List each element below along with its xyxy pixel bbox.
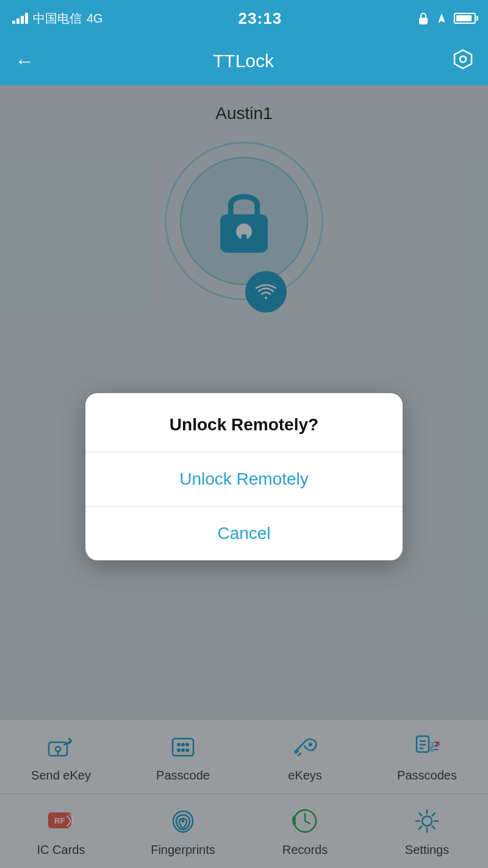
status-left: 中国电信 4G [12,10,103,27]
carrier-label: 中国电信 [33,10,82,27]
svg-point-2 [460,56,466,62]
settings-icon[interactable] [453,49,473,74]
nav-bar: ← TTLock [0,37,488,85]
navigation-icon [436,12,448,24]
screen-lock-icon [417,12,429,25]
network-label: 4G [87,12,103,26]
time-label: 23:13 [239,9,282,28]
dialog-title: Unlock Remotely? [85,393,403,452]
main-content: Austin1 [0,85,488,868]
status-bar: 中国电信 4G 23:13 [0,0,488,37]
back-button[interactable]: ← [15,50,34,73]
cancel-button[interactable]: Cancel [85,507,403,560]
svg-rect-0 [419,18,428,24]
nav-title: TTLock [213,51,274,71]
signal-icon [12,13,28,24]
unlock-remotely-button[interactable]: Unlock Remotely [85,452,403,507]
overlay: Unlock Remotely? Unlock Remotely Cancel [0,85,488,868]
svg-marker-1 [454,50,472,68]
battery-icon [454,13,476,24]
status-right [417,12,476,25]
dialog: Unlock Remotely? Unlock Remotely Cancel [85,393,403,560]
